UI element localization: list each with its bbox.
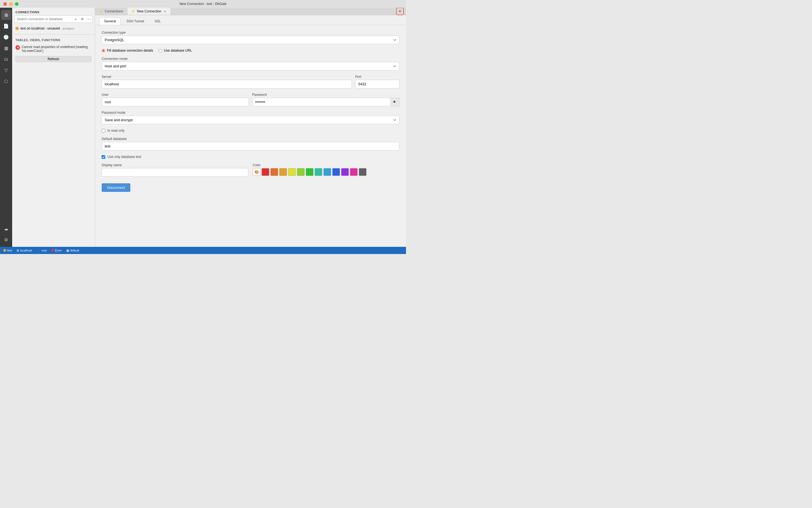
sidebar-item-settings[interactable]: ⚙ <box>1 235 11 245</box>
color-group: Color 🎨 <box>253 163 399 177</box>
color-label: Color <box>253 163 399 167</box>
status-default-icon: ▦ <box>66 249 69 252</box>
color-swatch-pink[interactable] <box>350 168 358 176</box>
read-only-row: Is read only <box>102 129 399 132</box>
form-area: Connection type PostgreSQL MySQL SQLite … <box>95 25 406 247</box>
status-root: 👤 root <box>36 249 47 252</box>
refresh-connections-button[interactable]: ⟳ <box>79 16 86 23</box>
disconnect-button[interactable]: Disconnect <box>102 183 130 192</box>
server-group: Server <box>102 75 352 88</box>
radio-fill-option[interactable]: Fill database connection details <box>102 49 153 52</box>
sidebar-item-history[interactable]: 🕐 <box>1 32 11 42</box>
sidebar-item-archive[interactable]: 🗂 <box>1 54 11 64</box>
action-buttons: Disconnect <box>102 181 399 192</box>
sidebar-item-files[interactable]: 📄 <box>1 21 11 31</box>
password-mode-select[interactable]: Save and encrypt Save raw Ask on connect… <box>102 116 399 124</box>
status-root-icon: 👤 <box>36 249 40 252</box>
color-picker-icon[interactable]: 🎨 <box>253 168 260 176</box>
sidebar-item-plugins[interactable]: ⬡ <box>1 76 11 86</box>
user-label: User <box>102 93 249 97</box>
color-swatch-gray[interactable] <box>359 168 366 176</box>
radio-url-option[interactable]: Use database URL <box>159 49 192 52</box>
radio-url-input[interactable] <box>159 49 162 52</box>
port-input[interactable] <box>355 80 399 88</box>
sub-tab-general-label: General <box>104 19 116 23</box>
search-input[interactable] <box>15 16 72 22</box>
status-error-dot <box>51 249 54 252</box>
password-input-wrapper: 👁 <box>252 98 399 106</box>
connection-mode-select[interactable]: Host and port Socket <box>102 62 399 71</box>
close-button[interactable] <box>3 2 7 6</box>
sub-tab-ssl[interactable]: SSL <box>150 17 166 25</box>
color-swatch-purple[interactable] <box>341 168 349 176</box>
color-swatch-sky[interactable] <box>323 168 331 176</box>
server-label: Server <box>102 75 352 79</box>
default-database-label: Default database <box>102 137 399 141</box>
tab-bar: ⚡ Connections ⚡ New Connection ✕ + <box>95 8 406 15</box>
refresh-button[interactable]: Refresh <box>15 56 91 62</box>
sub-tab-bar: General SSH Tunnel SSL <box>95 15 406 25</box>
sidebar-item-connections[interactable]: ⊞ <box>1 10 11 20</box>
maximize-button[interactable] <box>15 2 18 6</box>
connection-mode-label: Connection mode <box>102 57 399 61</box>
new-connection-tab-close[interactable]: ✕ <box>163 9 167 13</box>
color-picker-row: 🎨 <box>253 168 399 176</box>
tables-section-header: TABLES, VIEWS, FUNCTIONS <box>12 37 95 43</box>
use-only-db-checkbox[interactable] <box>102 155 105 159</box>
sidebar-item-tables[interactable]: ▦ <box>1 43 11 53</box>
status-localhost: ⊞ localhost <box>16 249 32 252</box>
color-swatch-green[interactable] <box>306 168 314 176</box>
status-bar: test ⊞ localhost 👤 root Error ▦ default <box>0 247 406 254</box>
password-input[interactable] <box>252 98 399 106</box>
radio-fill-input[interactable] <box>102 49 105 52</box>
password-mode-group: Password mode Save and encrypt Save raw … <box>102 111 399 124</box>
new-tab-button[interactable]: + <box>396 8 404 15</box>
color-swatch-orange[interactable] <box>271 168 278 176</box>
connections-tab-label: Connections <box>105 9 123 13</box>
search-bar: + ⟳ ⋯ <box>14 15 92 23</box>
connection-type-label: Connection type <box>102 31 399 35</box>
user-group: User <box>102 93 249 106</box>
status-default: ▦ default <box>66 249 79 252</box>
default-database-input[interactable] <box>102 142 399 151</box>
connection-type: postgres <box>63 27 74 30</box>
server-port-row: Server Port <box>102 75 399 93</box>
connection-name: test on localhost - unsaved <box>21 27 60 30</box>
color-swatch-amber[interactable] <box>279 168 287 176</box>
display-name-label: Display name <box>102 163 248 167</box>
status-test: test <box>3 249 12 252</box>
connection-item[interactable]: test on localhost - unsaved postgres <box>12 25 95 32</box>
minimize-button[interactable] <box>9 2 13 6</box>
connection-status-dot <box>15 27 19 30</box>
password-group: Password 👁 <box>252 93 399 106</box>
sub-tab-general[interactable]: General <box>99 17 121 25</box>
sidebar-item-diagram[interactable]: ▽ <box>1 65 11 75</box>
sub-tab-ssl-label: SSL <box>155 19 161 23</box>
status-default-label: default <box>70 249 79 252</box>
sub-tab-ssh[interactable]: SSH Tunnel <box>122 17 149 25</box>
status-error-label: Error <box>55 249 62 252</box>
read-only-checkbox[interactable] <box>102 129 105 132</box>
tab-new-connection[interactable]: ⚡ New Connection ✕ <box>127 8 171 15</box>
server-input[interactable] <box>102 80 352 88</box>
connections-header: CONNECTIONS <box>12 8 95 15</box>
password-toggle-button[interactable]: 👁 <box>390 98 399 106</box>
display-name-input[interactable] <box>102 168 248 177</box>
color-swatch-red[interactable] <box>261 168 269 176</box>
window-controls[interactable] <box>3 2 18 6</box>
color-swatch-blue[interactable] <box>332 168 340 176</box>
connections-tab-icon: ⚡ <box>99 9 103 13</box>
color-swatch-lime[interactable] <box>297 168 304 176</box>
add-connection-button[interactable]: + <box>72 16 79 23</box>
password-label: Password <box>252 93 399 97</box>
use-only-db-label: Use only database test <box>108 155 141 159</box>
more-options-button[interactable]: ⋯ <box>86 16 92 23</box>
color-swatch-teal[interactable] <box>315 168 322 176</box>
connection-type-select[interactable]: PostgreSQL MySQL SQLite MongoDB Redis <box>102 36 399 44</box>
sidebar-item-cloud[interactable]: ☁ <box>1 224 11 234</box>
color-swatch-yellow[interactable] <box>288 168 296 176</box>
user-password-row: User Password 👁 <box>102 93 399 111</box>
tab-connections[interactable]: ⚡ Connections <box>95 8 127 15</box>
password-wrapper <box>252 98 399 106</box>
user-input[interactable] <box>102 98 249 106</box>
